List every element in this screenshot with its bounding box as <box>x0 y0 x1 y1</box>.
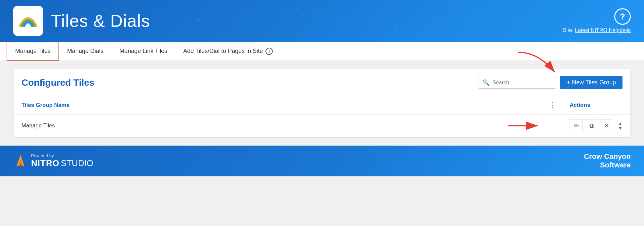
page-title: Tiles & Dials <box>51 11 150 31</box>
card-header-actions: 🔍 + New Tiles Group <box>478 76 623 89</box>
svg-line-1 <box>198 10 298 20</box>
header-right: ? Site: Latest NITRO Helpdesk <box>563 8 631 33</box>
scroll-up-icon[interactable]: ▲ <box>618 121 623 126</box>
nitro-brand: NITRO STUDIO <box>31 158 93 168</box>
edit-button[interactable]: ✏ <box>570 119 583 132</box>
help-button[interactable]: ? <box>614 8 631 25</box>
tab-add-tiles-dial[interactable]: Add Tiles/Dial to Pages in Site i <box>175 42 281 60</box>
close-icon: ✕ <box>604 122 609 129</box>
svg-point-8 <box>495 12 497 15</box>
tab-manage-dials[interactable]: Manage Dials <box>59 42 111 60</box>
svg-point-7 <box>395 25 398 28</box>
app-logo <box>13 6 43 36</box>
svg-line-11 <box>430 0 529 40</box>
svg-point-6 <box>296 9 299 11</box>
search-input[interactable] <box>492 80 552 86</box>
powered-by-label: Powered by <box>31 153 93 158</box>
svg-marker-12 <box>364 3 403 17</box>
col-tiles-group-name: Tiles Group Name <box>21 102 549 109</box>
tab-manage-link-tiles[interactable]: Manage Link Tiles <box>111 42 175 60</box>
copy-icon: ⧉ <box>589 122 594 129</box>
card-header: Configured Tiles 🔍 + New Tiles Group <box>14 69 630 96</box>
svg-line-18 <box>231 153 331 165</box>
company-name: Crow Canyon Software <box>584 152 631 170</box>
svg-line-10 <box>264 0 364 40</box>
main-content: Configured Tiles 🔍 + New Tiles Group Til… <box>0 61 644 146</box>
row-tiles-group-name: Manage Tiles <box>21 122 570 129</box>
table-header: Tiles Group Name ⋮ Actions <box>14 96 630 114</box>
nav-tabs: Manage Tiles Manage Dials Manage Link Ti… <box>0 42 644 61</box>
configured-tiles-card: Configured Tiles 🔍 + New Tiles Group Til… <box>13 69 631 138</box>
new-tiles-group-button[interactable]: + New Tiles Group <box>560 76 623 89</box>
delete-button[interactable]: ✕ <box>600 119 613 132</box>
studio-label: STUDIO <box>61 158 93 168</box>
svg-line-20 <box>463 155 562 169</box>
app-header: Tiles & Dials ? Site: Latest NITRO Helpd… <box>0 0 644 42</box>
app-footer: Powered by NITRO STUDIO Crow Canyon Soft… <box>0 146 644 176</box>
edit-icon: ✏ <box>574 122 579 129</box>
scroll-down-icon[interactable]: ▼ <box>618 126 623 130</box>
info-icon: i <box>265 48 273 55</box>
copy-button[interactable]: ⧉ <box>585 119 598 132</box>
tab-manage-tiles[interactable]: Manage Tiles <box>7 42 59 61</box>
svg-point-5 <box>197 19 200 21</box>
card-title: Configured Tiles <box>21 77 94 88</box>
nitro-logo-icon <box>13 154 28 168</box>
svg-line-17 <box>99 150 231 165</box>
svg-marker-13 <box>463 10 506 26</box>
footer-company: Crow Canyon Software <box>584 152 631 170</box>
scroll-controls: ▲ ▼ <box>618 120 623 132</box>
column-options-icon[interactable]: ⋮ <box>549 101 556 110</box>
footer-nitro-text: Powered by NITRO STUDIO <box>31 153 93 168</box>
svg-line-2 <box>298 10 397 26</box>
row-actions: ✏ ⧉ ✕ ▲ ▼ <box>570 119 623 132</box>
nitro-label: NITRO <box>31 158 60 168</box>
search-icon: 🔍 <box>482 79 490 86</box>
site-info: Site: Latest NITRO Helpdesk <box>563 27 631 33</box>
search-wrapper: 🔍 <box>478 77 556 89</box>
svg-line-3 <box>397 13 496 26</box>
footer-brand: Powered by NITRO STUDIO <box>13 153 93 168</box>
table-row: Manage Tiles ✏ ⧉ ✕ ▲ ▼ <box>14 114 630 137</box>
col-actions-label: Actions <box>570 102 623 109</box>
card-wrapper: Configured Tiles 🔍 + New Tiles Group Til… <box>13 69 631 138</box>
svg-line-19 <box>331 153 463 168</box>
site-link[interactable]: Latest NITRO Helpdesk <box>575 27 631 33</box>
svg-marker-21 <box>198 148 231 161</box>
